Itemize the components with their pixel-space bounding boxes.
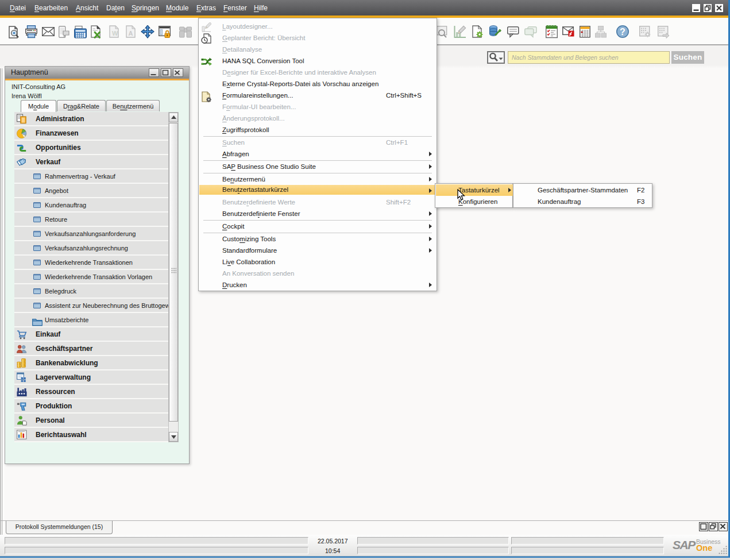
svg-text:?: ? — [620, 27, 625, 37]
svg-text:A: A — [129, 30, 133, 37]
svg-text:W: W — [112, 30, 118, 37]
